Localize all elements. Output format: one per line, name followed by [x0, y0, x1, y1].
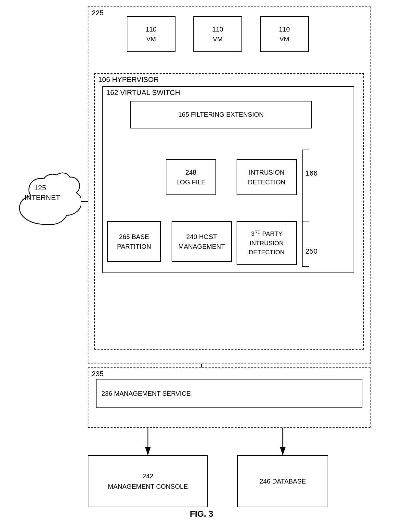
filtering-ext-label: 165 FILTERING EXTENSION	[178, 111, 264, 118]
host-mgmt-label: 240 HOST MANAGEMENT	[178, 232, 225, 251]
mgmt-console-box: 242 MANAGEMENT CONSOLE	[88, 455, 208, 507]
virtual-switch-label: 162 VIRTUAL SWITCH	[106, 88, 180, 97]
third-party-box: 3RD PARTY INTRUSION DETECTION	[237, 221, 297, 265]
mgmt-service-box: 236 MANAGEMENT SERVICE	[96, 379, 362, 408]
vm3-label: 110 VM	[279, 24, 290, 44]
mgmt-console-label: 242 MANAGEMENT CONSOLE	[108, 471, 188, 492]
base-partition-box: 265 BASE PARTITION	[107, 221, 161, 262]
log-file-box: 248 LOG FILE	[166, 159, 216, 195]
internet-num-label: 125	[34, 184, 46, 192]
intrusion-det-label: INTRUSION DETECTION	[248, 167, 286, 187]
label-235: 235	[92, 370, 104, 378]
log-file-label: 248 LOG FILE	[176, 167, 205, 187]
filtering-ext-box: 165 FILTERING EXTENSION	[130, 101, 312, 128]
label-225: 225	[92, 9, 104, 17]
mgmt-service-label: 236 MANAGEMENT SERVICE	[101, 390, 191, 397]
vm2-label: 110 VM	[212, 24, 223, 44]
host-mgmt-box: 240 HOST MANAGEMENT	[172, 221, 232, 262]
vm-box-2: 110 VM	[193, 16, 242, 52]
label-250: 250	[306, 247, 318, 256]
label-166: 166	[306, 169, 318, 178]
diagram: 225 110 VM 110 VM 110 VM 106 HYPERVISOR …	[0, 0, 403, 532]
base-partition-label: 265 BASE PARTITION	[117, 232, 151, 251]
internet-text-label: INTERNET	[24, 193, 60, 202]
third-party-label: 3RD PARTY INTRUSION DETECTION	[249, 229, 285, 257]
hypervisor-label: 106 HYPERVISOR	[98, 75, 159, 84]
vm-box-3: 110 VM	[260, 16, 309, 52]
database-box: 246 DATABASE	[237, 455, 328, 507]
vm-box-1: 110 VM	[127, 16, 176, 52]
intrusion-det-box: INTRUSION DETECTION	[237, 159, 297, 195]
database-label: 246 DATABASE	[260, 476, 306, 486]
vm1-label: 110 VM	[146, 24, 156, 44]
fig-label: FIG. 3	[0, 509, 403, 519]
